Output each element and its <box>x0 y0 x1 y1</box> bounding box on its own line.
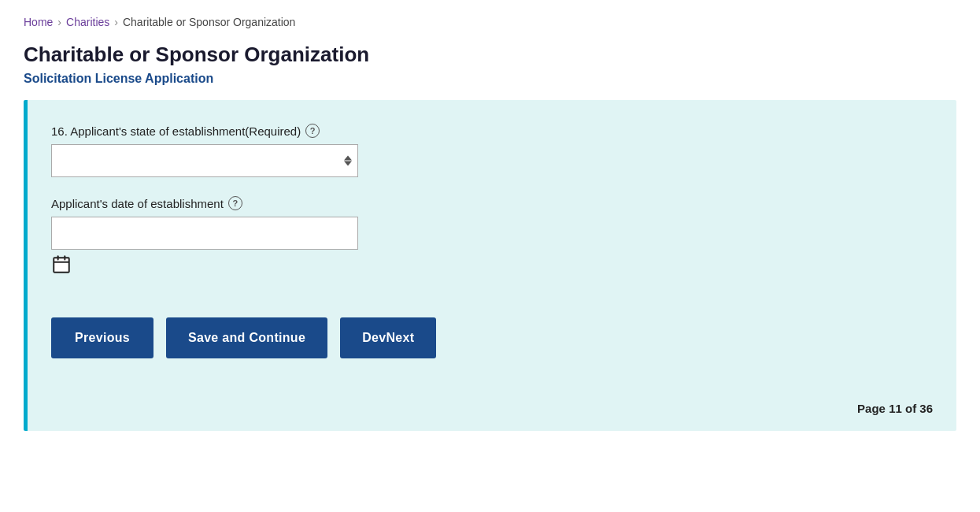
previous-button[interactable]: Previous <box>51 317 153 358</box>
breadcrumb-sep-1: › <box>57 16 61 28</box>
field-date-label: Applicant's date of establishment ? <box>51 196 933 210</box>
page-indicator: Page 11 of 36 <box>857 402 933 415</box>
date-input[interactable] <box>51 217 358 250</box>
page-title: Charitable or Sponsor Organization <box>24 43 956 67</box>
breadcrumb: Home › Charities › Charitable or Sponsor… <box>24 16 956 28</box>
field-date-help-icon[interactable]: ? <box>228 196 242 210</box>
devnext-button[interactable]: DevNext <box>340 317 436 358</box>
field-state-help-icon[interactable]: ? <box>305 124 320 138</box>
state-select[interactable]: Alabama Alaska Arizona California Colora… <box>51 144 358 177</box>
svg-rect-0 <box>54 258 69 272</box>
page-subtitle: Solicitation License Application <box>24 72 956 86</box>
field-state-label-text: 16. Applicant's state of establishment(R… <box>51 124 301 138</box>
breadcrumb-current: Charitable or Sponsor Organization <box>123 16 295 28</box>
field-state-establishment: 16. Applicant's state of establishment(R… <box>51 124 933 177</box>
date-field-wrapper <box>51 217 358 250</box>
field-state-label: 16. Applicant's state of establishment(R… <box>51 124 933 138</box>
save-continue-button[interactable]: Save and Continue <box>166 317 327 358</box>
field-date-label-text: Applicant's date of establishment <box>51 197 224 210</box>
breadcrumb-sep-2: › <box>114 16 118 28</box>
calendar-icon[interactable] <box>51 254 72 275</box>
breadcrumb-home[interactable]: Home <box>24 16 53 28</box>
button-row: Previous Save and Continue DevNext <box>51 317 933 358</box>
breadcrumb-charities[interactable]: Charities <box>66 16 109 28</box>
form-card: 16. Applicant's state of establishment(R… <box>24 100 956 431</box>
field-date-establishment: Applicant's date of establishment ? <box>51 196 933 278</box>
state-select-wrapper: Alabama Alaska Arizona California Colora… <box>51 144 358 177</box>
